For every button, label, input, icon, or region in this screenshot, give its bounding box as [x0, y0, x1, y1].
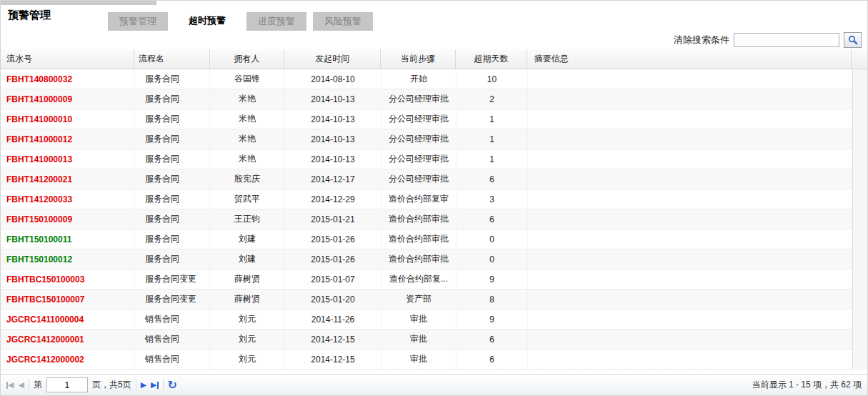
table-row[interactable]: JGCRC1412000001销售合同刘元2014-12-15审批6 [1, 330, 853, 350]
start-time-cell: 2014-10-13 [285, 89, 381, 109]
serial-number-link[interactable]: JGCRC1412000001 [6, 335, 84, 345]
table-row[interactable]: FBHT141000009服务合同米艳2014-10-13分公司经理审批2 [1, 89, 853, 109]
current-step-cell: 造价合约部复... [381, 269, 457, 289]
serial-number-link[interactable]: FBHT141000009 [6, 94, 72, 104]
process-name-cell: 服务合同 [134, 169, 210, 189]
page-number-input[interactable] [46, 377, 88, 392]
column-header-summary[interactable]: 摘要信息 [527, 49, 852, 69]
serial-number-link[interactable]: FBHT150100012 [6, 254, 72, 264]
overdue-days-cell: 1 [457, 129, 528, 149]
warning-management-window: 预警管理 预警管理 超时预警 进度预警 风险预警 清除搜索条件 流水号 流程名 … [0, 0, 868, 396]
serial-number-link[interactable]: FBHT150100011 [6, 234, 71, 244]
owner-cell: 谷国锋 [210, 69, 285, 89]
tab-timeout-warning[interactable]: 超时预警 [174, 10, 240, 34]
table-row[interactable]: FBHT150100011服务合同刘建2015-01-26造价合约部审批0 [1, 229, 853, 249]
summary-cell [528, 89, 853, 109]
overdue-days-cell: 6 [457, 209, 528, 229]
summary-cell [528, 69, 853, 89]
process-name-cell: 服务合同 [134, 149, 210, 169]
table-row[interactable]: FBHT141200033服务合同贺武平2014-12-29造价合约部复审3 [1, 189, 853, 209]
serial-cell: FBHT150100012 [1, 249, 134, 269]
overdue-days-cell: 2 [457, 89, 528, 109]
tab-progress-warning[interactable]: 进度预警 [246, 12, 306, 31]
clear-search-button[interactable]: 清除搜索条件 [674, 34, 729, 46]
serial-number-link[interactable]: FBHT141200021 [6, 174, 72, 184]
refresh-icon[interactable]: ↻ [168, 380, 177, 391]
summary-cell [528, 249, 853, 269]
owner-cell: 米艳 [210, 129, 285, 149]
process-name-cell: 销售合同 [134, 350, 210, 369]
overdue-days-cell: 6 [457, 350, 528, 369]
column-header-start-time[interactable]: 发起时间 [284, 49, 381, 69]
serial-cell: FBHTBC150100007 [1, 289, 134, 309]
search-button[interactable] [844, 32, 862, 48]
serial-number-link[interactable]: FBHT141000010 [6, 114, 72, 124]
serial-number-link[interactable]: FBHT141000012 [6, 134, 72, 144]
magnifier-icon [848, 35, 858, 45]
current-step-cell: 分公司经理审批 [381, 149, 457, 169]
start-time-cell: 2015-01-26 [285, 229, 381, 249]
serial-number-link[interactable]: FBHTBC150100007 [6, 294, 84, 305]
current-step-cell: 造价合约部审批 [381, 209, 457, 229]
vertical-scrollbar[interactable] [852, 69, 868, 370]
table-row[interactable]: JGCRC1412000002销售合同刘元2014-12-15审批6 [1, 350, 853, 370]
overdue-days-cell: 8 [457, 289, 528, 309]
table-body: FBHT140800032服务合同谷国锋2014-08-10开始10FBHT14… [1, 69, 853, 370]
summary-cell [528, 350, 853, 369]
serial-number-link[interactable]: FBHT150100009 [6, 214, 72, 224]
column-header-owner[interactable]: 拥有人 [210, 49, 285, 69]
overdue-days-cell: 0 [457, 249, 528, 269]
tab-risk-warning[interactable]: 风险预警 [313, 12, 373, 31]
table-row[interactable]: FBHTBC150100003服务合同变更薛树贤2015-01-07造价合约部复… [1, 269, 853, 289]
next-page-icon[interactable]: ▶ [141, 381, 146, 389]
column-header-process[interactable]: 流程名 [134, 49, 210, 69]
search-input[interactable] [734, 33, 839, 47]
column-header-serial[interactable]: 流水号 [1, 49, 134, 69]
owner-cell: 刘建 [210, 229, 285, 249]
process-name-cell: 服务合同 [134, 249, 210, 269]
overdue-days-cell: 9 [457, 310, 528, 329]
overdue-days-cell: 6 [457, 330, 528, 349]
process-name-cell: 销售合同 [134, 310, 210, 329]
table-row[interactable]: FBHT141200021服务合同殷宪庆2014-12-17分公司经理审批6 [1, 169, 853, 189]
serial-number-link[interactable]: JGCRC1411000004 [6, 315, 84, 325]
tab-warning-management[interactable]: 预警管理 [108, 12, 168, 31]
table-row[interactable]: FBHT150100012服务合同刘建2015-01-26造价合约部审批0 [1, 249, 853, 269]
column-header-current-step[interactable]: 当前步骤 [381, 49, 456, 69]
pagination-controls: ◀ ◀ 第 页，共5页 ▶ ▶ ↻ [6, 377, 177, 392]
current-step-cell: 资产部 [381, 289, 457, 309]
table-row[interactable]: FBHT141000013服务合同米艳2014-10-13分公司经理审批1 [1, 149, 853, 169]
serial-number-link[interactable]: FBHT141200033 [6, 194, 72, 204]
table-row[interactable]: JGCRC1411000004销售合同刘元2014-11-26审批9 [1, 310, 853, 330]
summary-cell [528, 209, 853, 229]
serial-number-link[interactable]: JGCRC1412000002 [6, 355, 84, 365]
current-step-cell: 造价合约部审批 [381, 249, 457, 269]
start-time-cell: 2015-01-07 [285, 269, 381, 289]
process-name-cell: 服务合同 [134, 89, 210, 109]
owner-cell: 米艳 [210, 109, 285, 129]
start-time-cell: 2014-10-13 [285, 149, 381, 169]
pagination-separator [29, 380, 29, 390]
table-row[interactable]: FBHT141000012服务合同米艳2014-10-13分公司经理审批1 [1, 129, 853, 149]
process-name-cell: 服务合同 [134, 209, 210, 229]
last-page-icon[interactable]: ▶ [151, 381, 158, 389]
table-row[interactable]: FBHT141000010服务合同米艳2014-10-13分公司经理审批1 [1, 109, 853, 129]
table-row[interactable]: FBHT150100009服务合同王正钧2015-01-21造价合约部审批6 [1, 209, 853, 229]
table-row[interactable]: FBHTBC150100007服务合同变更薛树贤2015-01-20资产部8 [1, 289, 853, 310]
serial-number-link[interactable]: FBHT140800032 [6, 74, 72, 84]
first-page-icon[interactable]: ◀ [6, 381, 14, 389]
page-title: 预警管理 [8, 9, 51, 22]
page-prefix-label: 第 [34, 379, 42, 391]
prev-page-icon[interactable]: ◀ [18, 381, 24, 389]
owner-cell: 薛树贤 [210, 269, 285, 289]
current-step-cell: 审批 [381, 350, 457, 369]
current-step-cell: 造价合约部复审 [381, 189, 457, 209]
serial-number-link[interactable]: FBHTBC150100003 [6, 274, 84, 284]
table-row[interactable]: FBHT140800032服务合同谷国锋2014-08-10开始10 [1, 69, 853, 89]
column-header-overdue-days[interactable]: 超期天数 [456, 49, 527, 69]
serial-number-link[interactable]: FBHT141000013 [6, 154, 72, 164]
start-time-cell: 2015-01-21 [285, 209, 381, 229]
summary-cell [528, 169, 853, 189]
current-step-cell: 审批 [381, 330, 457, 349]
start-time-cell: 2014-08-10 [285, 69, 381, 89]
